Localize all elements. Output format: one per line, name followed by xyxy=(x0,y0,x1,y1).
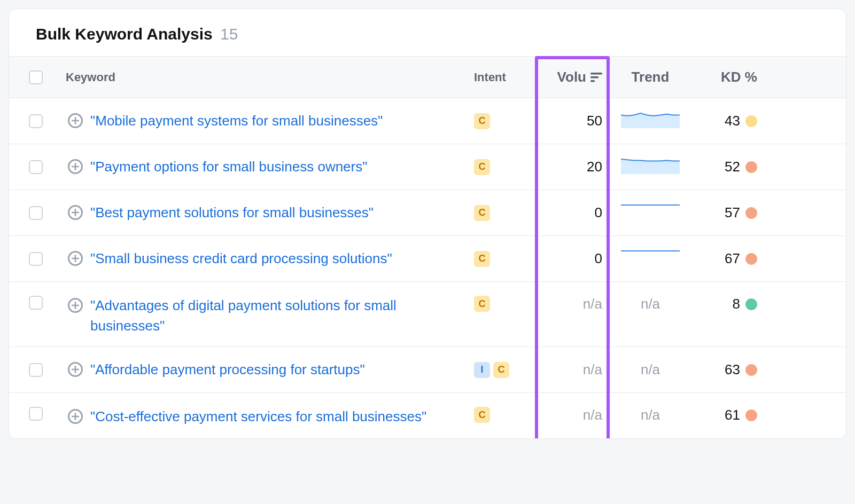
volume-cell: 0 xyxy=(538,204,608,221)
table-row: "Best payment solutions for small busine… xyxy=(9,190,846,235)
intent-badge-c[interactable]: C xyxy=(474,113,490,129)
keyword-cell: "Affordable payment processing for start… xyxy=(63,360,469,380)
kd-cell: 43 xyxy=(693,113,763,129)
keyword-link[interactable]: "Small business credit card processing s… xyxy=(90,249,392,269)
header-intent-label: Intent xyxy=(474,70,506,84)
row-check-cell xyxy=(9,404,63,421)
row-checkbox[interactable] xyxy=(29,160,43,174)
header-volume-label: Volu xyxy=(557,69,586,85)
keyword-link[interactable]: "Cost-effective payment services for sma… xyxy=(90,407,426,427)
row-check-cell xyxy=(9,160,63,174)
header-volume[interactable]: Volu xyxy=(538,69,608,85)
intent-cell: C xyxy=(469,404,538,423)
row-checkbox[interactable] xyxy=(29,252,43,266)
header-kd[interactable]: KD % xyxy=(693,69,763,85)
trend-na: n/a xyxy=(641,407,660,423)
kd-cell: 52 xyxy=(693,159,763,175)
table-header-row: Keyword Intent Volu Tre xyxy=(9,56,846,98)
kd-difficulty-dot xyxy=(745,207,757,219)
intent-badge-c[interactable]: C xyxy=(474,296,490,312)
header-keyword[interactable]: Keyword xyxy=(63,70,469,84)
keyword-link[interactable]: "Mobile payment systems for small busine… xyxy=(90,111,383,131)
kd-value: 52 xyxy=(725,159,740,175)
expand-row-button[interactable] xyxy=(68,362,83,377)
keyword-cell: "Advantages of digital payment solutions… xyxy=(63,293,469,336)
intent-badge-c[interactable]: C xyxy=(474,205,490,221)
row-check-cell xyxy=(9,363,63,377)
svg-rect-0 xyxy=(590,73,602,75)
intent-badge-c[interactable]: C xyxy=(474,251,490,267)
expand-row-button[interactable] xyxy=(68,298,83,313)
table-row: "Advantages of digital payment solutions… xyxy=(9,281,846,346)
intent-cell: C xyxy=(469,293,538,312)
kd-value: 61 xyxy=(725,407,740,423)
panel-title-text: Bulk Keyword Analysis xyxy=(36,25,213,43)
row-check-cell xyxy=(9,293,63,310)
row-checkbox[interactable] xyxy=(29,363,43,377)
keyword-cell: "Best payment solutions for small busine… xyxy=(63,203,469,223)
kd-difficulty-dot xyxy=(745,298,757,310)
volume-cell: n/a xyxy=(538,361,608,378)
kd-value: 8 xyxy=(733,296,740,312)
trend-na: n/a xyxy=(641,361,660,378)
trend-cell xyxy=(608,110,693,132)
header-keyword-label: Keyword xyxy=(66,70,115,84)
kd-difficulty-dot xyxy=(745,364,757,376)
header-check-cell xyxy=(9,70,63,84)
row-checkbox[interactable] xyxy=(29,114,43,128)
kd-cell: 67 xyxy=(693,250,763,267)
trend-sparkline xyxy=(621,202,680,224)
table-row: "Affordable payment processing for start… xyxy=(9,346,846,392)
header-trend[interactable]: Trend xyxy=(608,69,693,85)
volume-cell: n/a xyxy=(538,293,608,312)
trend-cell: n/a xyxy=(608,293,693,312)
sort-desc-icon xyxy=(590,73,602,82)
keyword-link[interactable]: "Best payment solutions for small busine… xyxy=(90,203,374,223)
intent-badge-c[interactable]: C xyxy=(474,159,490,175)
intent-cell: C xyxy=(469,113,538,129)
row-check-cell xyxy=(9,206,63,220)
keyword-table: Keyword Intent Volu Tre xyxy=(9,56,846,438)
kd-value: 63 xyxy=(725,361,740,378)
volume-cell: 50 xyxy=(538,113,608,129)
kd-value: 57 xyxy=(725,204,740,221)
expand-row-button[interactable] xyxy=(68,159,83,174)
keyword-link[interactable]: "Affordable payment processing for start… xyxy=(90,360,365,380)
header-intent[interactable]: Intent xyxy=(469,70,538,84)
intent-badge-i[interactable]: I xyxy=(474,362,490,378)
panel-title: Bulk Keyword Analysis 15 xyxy=(9,9,846,56)
trend-na: n/a xyxy=(641,296,660,312)
intent-cell: C xyxy=(469,251,538,267)
trend-cell xyxy=(608,156,693,178)
expand-row-button[interactable] xyxy=(68,205,83,220)
header-kd-label: KD % xyxy=(721,69,757,85)
kd-difficulty-dot xyxy=(745,253,757,265)
svg-rect-2 xyxy=(590,80,595,82)
intent-badge-c[interactable]: C xyxy=(474,407,490,423)
row-checkbox[interactable] xyxy=(29,206,43,220)
intent-cell: C xyxy=(469,159,538,175)
expand-row-button[interactable] xyxy=(68,409,83,424)
row-checkbox[interactable] xyxy=(29,407,43,421)
keyword-cell: "Payment options for small business owne… xyxy=(63,157,469,177)
expand-row-button[interactable] xyxy=(68,251,83,266)
row-checkbox[interactable] xyxy=(29,296,43,310)
expand-row-button[interactable] xyxy=(68,113,83,128)
keyword-cell: "Small business credit card processing s… xyxy=(63,249,469,269)
kd-difficulty-dot xyxy=(745,115,757,127)
trend-sparkline xyxy=(621,110,680,132)
keyword-link[interactable]: "Payment options for small business owne… xyxy=(90,157,367,177)
keyword-link[interactable]: "Advantages of digital payment solutions… xyxy=(90,296,463,336)
table-row: "Small business credit card processing s… xyxy=(9,235,846,281)
kd-value: 43 xyxy=(725,113,740,129)
table-row: "Cost-effective payment services for sma… xyxy=(9,392,846,438)
intent-badge-c[interactable]: C xyxy=(493,362,509,378)
select-all-checkbox[interactable] xyxy=(29,70,43,84)
table-row: "Mobile payment systems for small busine… xyxy=(9,98,846,144)
table-wrapper: Keyword Intent Volu Tre xyxy=(9,56,846,438)
header-trend-label: Trend xyxy=(632,69,670,85)
trend-cell: n/a xyxy=(608,404,693,423)
row-check-cell xyxy=(9,252,63,266)
kd-cell: 63 xyxy=(693,361,763,378)
kd-cell: 8 xyxy=(693,293,763,312)
